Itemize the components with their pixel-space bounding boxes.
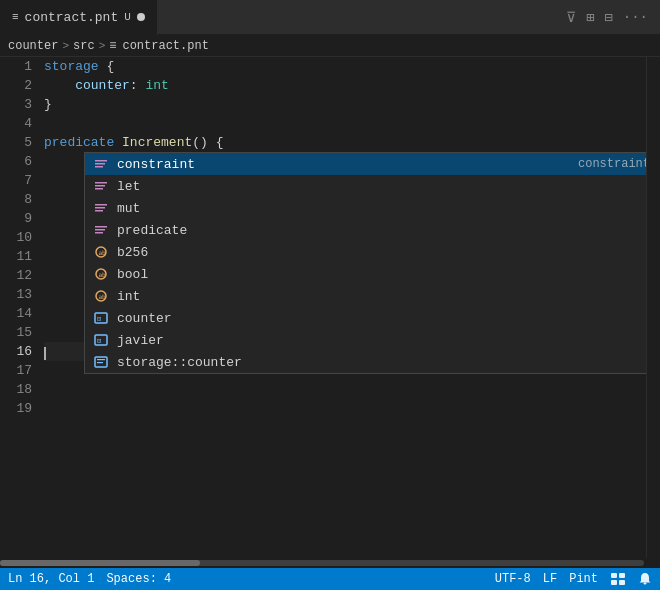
breadcrumb-counter[interactable]: counter <box>8 39 58 53</box>
ac-item-predicate[interactable]: predicate <box>85 219 646 241</box>
line-num-7: 7 <box>0 171 32 190</box>
type-int: int <box>145 76 168 95</box>
ac-item-counter[interactable]: ⊡ counter <box>85 307 646 329</box>
bracket-open-1: { <box>99 57 115 76</box>
layout-icon[interactable]: ⊟ <box>604 9 612 26</box>
filter-icon[interactable]: ⊽ <box>566 9 576 26</box>
horizontal-scrollbar[interactable] <box>0 558 660 568</box>
line-num-19: 19 <box>0 399 32 418</box>
line-num-2: 2 <box>0 76 32 95</box>
right-scrollbar[interactable] <box>646 57 660 558</box>
line-num-4: 4 <box>0 114 32 133</box>
punc-parens: () { <box>192 133 223 152</box>
tab-bar: ≡ contract.pnt U ⊽ ⊞ ⊟ ··· <box>0 0 660 35</box>
status-encoding[interactable]: UTF-8 <box>495 572 531 586</box>
scrollbar-track <box>0 560 644 566</box>
colon-2: : <box>130 76 146 95</box>
svg-text:⊡: ⊡ <box>97 315 101 323</box>
ac-icon-constraint <box>93 156 109 172</box>
line-num-10: 10 <box>0 228 32 247</box>
status-ln-col[interactable]: Ln 16, Col 1 <box>8 572 94 586</box>
kw-predicate: predicate <box>44 133 114 152</box>
ac-item-bool[interactable]: ab bool <box>85 263 646 285</box>
status-spaces[interactable]: Spaces: 4 <box>106 572 171 586</box>
ac-icon-let <box>93 178 109 194</box>
line-num-16: 16 <box>0 342 32 361</box>
breadcrumb: counter > src > ≡ contract.pnt <box>0 35 660 57</box>
svg-rect-9 <box>95 226 107 228</box>
ac-item-storage-counter[interactable]: storage::counter <box>85 351 646 373</box>
svg-text:⊡: ⊡ <box>97 337 101 345</box>
breadcrumb-src[interactable]: src <box>73 39 95 53</box>
svg-rect-7 <box>95 207 105 209</box>
ac-label-let: let <box>117 179 646 194</box>
status-lang[interactable]: Pint <box>569 572 598 586</box>
ac-item-constraint[interactable]: constraint constraint <box>85 153 646 175</box>
code-line-5: predicate Increment () { <box>44 133 646 152</box>
line-num-1: 1 <box>0 57 32 76</box>
file-icon: ≡ <box>12 11 19 23</box>
code-line-3: } <box>44 95 646 114</box>
tab-contract-pnt[interactable]: ≡ contract.pnt U <box>0 0 158 35</box>
status-eol[interactable]: LF <box>543 572 557 586</box>
more-actions-icon[interactable]: ··· <box>623 9 648 25</box>
ac-item-mut[interactable]: mut <box>85 197 646 219</box>
ac-label-javier: javier <box>117 333 646 348</box>
line-num-13: 13 <box>0 285 32 304</box>
line-num-17: 17 <box>0 361 32 380</box>
svg-rect-11 <box>95 232 103 234</box>
scrollbar-thumb[interactable] <box>0 560 200 566</box>
line-num-6: 6 <box>0 152 32 171</box>
ac-icon-b256: ab <box>93 244 109 260</box>
line-num-8: 8 <box>0 190 32 209</box>
cursor <box>44 347 46 360</box>
svg-rect-6 <box>95 204 107 206</box>
breadcrumb-file-icon: ≡ <box>109 39 116 53</box>
breadcrumb-sep-1: > <box>62 40 69 52</box>
bell-icon[interactable] <box>638 571 652 587</box>
svg-rect-8 <box>95 210 103 212</box>
editor-area: 1 2 3 4 5 6 7 8 9 10 11 12 13 14 15 16 1… <box>0 57 660 558</box>
line-num-15: 15 <box>0 323 32 342</box>
ac-type-constraint: constraint <box>578 157 646 171</box>
svg-rect-3 <box>95 182 107 184</box>
svg-text:ab: ab <box>99 271 107 278</box>
ac-icon-storage-counter <box>93 354 109 370</box>
code-line-4 <box>44 114 646 133</box>
ac-item-int[interactable]: ab int <box>85 285 646 307</box>
ac-icon-predicate <box>93 222 109 238</box>
line-numbers: 1 2 3 4 5 6 7 8 9 10 11 12 13 14 15 16 1… <box>0 57 40 558</box>
svg-rect-0 <box>95 160 107 162</box>
svg-rect-28 <box>619 580 625 585</box>
svg-rect-23 <box>97 359 105 360</box>
ac-item-let[interactable]: let <box>85 175 646 197</box>
kw-storage: storage <box>44 57 99 76</box>
ac-label-storage-counter: storage::counter <box>117 355 646 370</box>
ac-label-counter: counter <box>117 311 646 326</box>
ac-icon-javier: ⊡ <box>93 332 109 348</box>
breadcrumb-filename[interactable]: contract.pnt <box>122 39 208 53</box>
svg-rect-27 <box>611 580 617 585</box>
remote-icon[interactable] <box>610 571 626 587</box>
bracket-close-1: } <box>44 95 52 114</box>
line-num-9: 9 <box>0 209 32 228</box>
svg-text:ab: ab <box>99 249 107 256</box>
svg-rect-1 <box>95 163 105 165</box>
line-num-12: 12 <box>0 266 32 285</box>
ac-item-b256[interactable]: ab b256 <box>85 241 646 263</box>
ac-label-mut: mut <box>117 201 646 216</box>
ac-item-javier[interactable]: ⊡ javier <box>85 329 646 351</box>
ac-label-predicate: predicate <box>117 223 646 238</box>
tab-unsaved-dot <box>137 13 145 21</box>
split-editor-icon[interactable]: ⊞ <box>586 9 594 26</box>
code-content[interactable]: storage { counter : int } predicate Incr… <box>40 57 646 558</box>
ac-icon-mut <box>93 200 109 216</box>
autocomplete-dropdown[interactable]: constraint constraint let <box>84 152 646 374</box>
line-num-14: 14 <box>0 304 32 323</box>
field-counter: counter <box>75 76 130 95</box>
line-num-18: 18 <box>0 380 32 399</box>
space-5 <box>114 133 122 152</box>
code-line-2: counter : int <box>44 76 646 95</box>
ac-icon-counter: ⊡ <box>93 310 109 326</box>
svg-rect-24 <box>97 362 103 363</box>
